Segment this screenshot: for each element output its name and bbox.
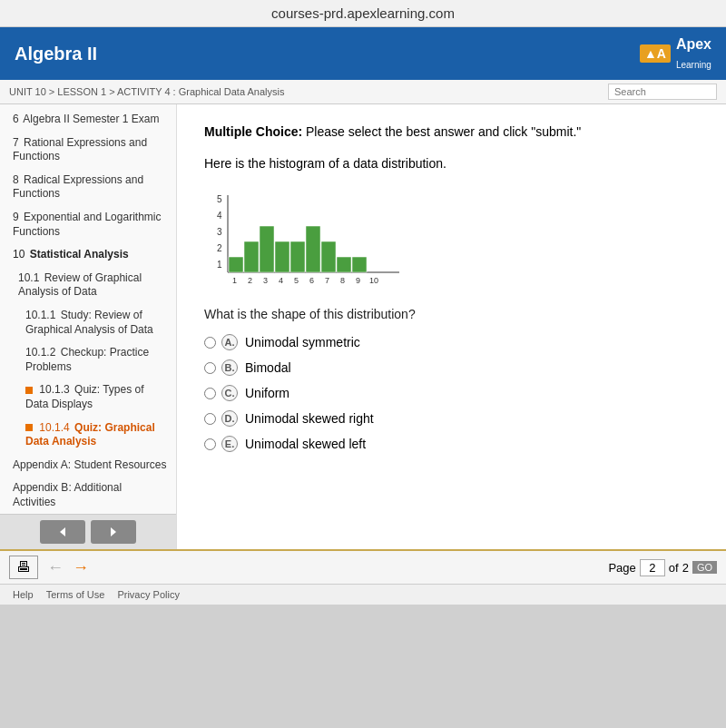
print-button[interactable]: 🖶: [9, 556, 38, 579]
sidebar: 6 Algebra II Semester 1 Exam 7 Rational …: [0, 104, 177, 549]
browser-url: courses-prd.apexlearning.com: [271, 5, 455, 21]
svg-text:2: 2: [248, 276, 252, 285]
orange-bullet-icon-active: [25, 424, 33, 431]
sidebar-item-10[interactable]: 10 Statistical Analysis: [0, 243, 176, 267]
breadcrumb-text: UNIT 10 > LESSON 1 > ACTIVITY 4 : Graphi…: [9, 86, 284, 97]
svg-marker-1: [111, 527, 116, 536]
answer-choice-b[interactable]: B. Bimodal: [204, 359, 699, 376]
radio-e[interactable]: [204, 438, 216, 450]
sidebar-item-10-1-1[interactable]: 10.1.1 Study: Review of Graphical Analys…: [0, 304, 176, 341]
page-of-label: of: [669, 561, 679, 575]
svg-text:5: 5: [294, 276, 299, 285]
svg-text:8: 8: [340, 276, 345, 285]
browser-bar: courses-prd.apexlearning.com: [0, 0, 726, 27]
answer-choice-a[interactable]: A. Unimodal symmetric: [204, 334, 699, 350]
page-title: Algebra II: [15, 44, 97, 64]
content-area: Multiple Choice: Please select the best …: [177, 104, 726, 549]
svg-text:1: 1: [217, 260, 222, 270]
histogram-intro: Here is the histogram of a data distribu…: [204, 154, 699, 173]
sidebar-nav-buttons: [0, 514, 176, 549]
svg-text:4: 4: [279, 276, 283, 285]
sidebar-next-button[interactable]: [91, 520, 136, 544]
radio-c[interactable]: [204, 388, 216, 399]
go-button[interactable]: GO: [692, 561, 717, 574]
apex-logo: ▲A Apex Learning: [640, 34, 711, 73]
svg-marker-0: [60, 527, 65, 536]
svg-text:5: 5: [217, 194, 222, 204]
question-stem: What is the shape of this distribution?: [204, 307, 699, 321]
sidebar-item-10-1-3[interactable]: 10.1.3 Quiz: Types of Data Displays: [0, 379, 176, 416]
answer-choice-e[interactable]: E. Unimodal skewed left: [204, 436, 699, 452]
sidebar-item-6[interactable]: 6 Algebra II Semester 1 Exam: [0, 108, 176, 132]
svg-text:2: 2: [217, 243, 222, 253]
choice-label-a: A.: [221, 334, 238, 350]
answer-choice-d[interactable]: D. Unimodal skewed right: [204, 410, 699, 427]
sidebar-item-8[interactable]: 8 Radical Expressions and Functions: [0, 169, 176, 206]
sidebar-item-9[interactable]: 9 Exponential and Logarithmic Functions: [0, 206, 176, 243]
choice-text-c: Uniform: [245, 386, 289, 400]
search-input[interactable]: [608, 84, 717, 100]
prev-page-button[interactable]: ←: [47, 558, 64, 577]
svg-rect-9: [229, 257, 243, 272]
multiple-choice-label: Multiple Choice:: [204, 124, 302, 139]
radio-b[interactable]: [204, 362, 216, 374]
answer-choice-c[interactable]: C. Uniform: [204, 385, 699, 401]
sidebar-item-appendix-a[interactable]: Appendix A: Student Resources: [0, 454, 176, 477]
page-number-input[interactable]: [640, 559, 665, 576]
svg-text:3: 3: [263, 276, 268, 285]
sidebar-item-10-1-4[interactable]: 10.1.4 Quiz: Graphical Data Analysis: [0, 417, 176, 454]
svg-text:10: 10: [369, 276, 378, 285]
sidebar-item-7[interactable]: 7 Rational Expressions and Functions: [0, 132, 176, 169]
sidebar-prev-button[interactable]: [40, 520, 85, 544]
page-total: 2: [682, 561, 689, 575]
choice-text-a: Unimodal symmetric: [245, 335, 360, 349]
radio-a[interactable]: [204, 337, 216, 349]
radio-d[interactable]: [204, 413, 216, 425]
choice-text-b: Bimodal: [245, 360, 291, 375]
page-info: Page of 2 GO: [608, 559, 717, 576]
question-instruction-text: Please select the best answer and click …: [306, 124, 581, 139]
histogram-chart: 5 4 3 2 1: [204, 186, 404, 290]
apex-header: Algebra II ▲A Apex Learning: [0, 27, 726, 80]
page-label: Page: [608, 561, 635, 575]
svg-rect-17: [352, 257, 367, 272]
apex-logo-icon: ▲A: [640, 44, 671, 63]
sidebar-item-10-1-2[interactable]: 10.1.2 Checkup: Practice Problems: [0, 341, 176, 379]
choice-label-d: D.: [221, 410, 238, 427]
choice-label-c: C.: [221, 385, 238, 401]
svg-text:9: 9: [356, 276, 360, 285]
svg-rect-14: [306, 226, 320, 272]
orange-bullet-icon: [25, 387, 33, 394]
svg-rect-15: [321, 241, 336, 272]
apex-logo-text: Apex Learning: [676, 34, 711, 73]
breadcrumb: UNIT 10 > LESSON 1 > ACTIVITY 4 : Graphi…: [0, 80, 726, 104]
footer-terms-link[interactable]: Terms of Use: [46, 589, 105, 600]
sidebar-item-appendix-b[interactable]: Appendix B: Additional Activities: [0, 477, 176, 514]
svg-text:1: 1: [232, 276, 237, 285]
svg-rect-16: [337, 257, 351, 272]
histogram-container: 5 4 3 2 1: [204, 186, 699, 290]
svg-text:3: 3: [217, 227, 222, 237]
choice-text-d: Unimodal skewed right: [245, 411, 374, 426]
histogram-intro-text: Here is the histogram of a data distribu…: [204, 156, 446, 171]
svg-rect-10: [244, 241, 259, 272]
choice-label-e: E.: [221, 436, 238, 452]
next-page-button[interactable]: →: [73, 558, 89, 577]
choice-label-b: B.: [221, 359, 238, 376]
svg-rect-12: [275, 241, 289, 272]
footer-bar: Help Terms of Use Privacy Policy: [0, 584, 726, 605]
bottom-bar: 🖶 ← → Page of 2 GO: [0, 549, 726, 584]
svg-text:4: 4: [217, 211, 222, 221]
main-container: 6 Algebra II Semester 1 Exam 7 Rational …: [0, 104, 726, 549]
choice-text-e: Unimodal skewed left: [245, 437, 366, 451]
footer-help-link[interactable]: Help: [13, 589, 34, 600]
sidebar-item-10-1[interactable]: 10.1 Review of Graphical Analysis of Dat…: [0, 267, 176, 304]
footer-privacy-link[interactable]: Privacy Policy: [117, 589, 179, 600]
svg-text:7: 7: [325, 276, 329, 285]
svg-rect-13: [290, 241, 305, 272]
svg-rect-11: [260, 226, 274, 272]
svg-text:6: 6: [309, 276, 314, 285]
question-instruction: Multiple Choice: Please select the best …: [204, 123, 699, 142]
